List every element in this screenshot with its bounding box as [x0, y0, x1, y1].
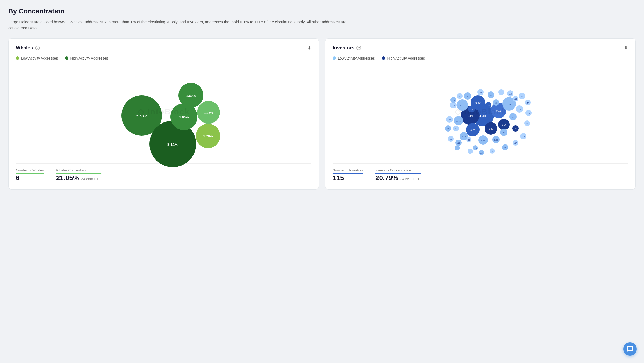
investors-count-value: 115: [333, 174, 363, 182]
inv-l34: .17: [514, 142, 517, 144]
inv-l37: .13: [495, 102, 497, 104]
investors-conc-label: Investors Concentration: [375, 168, 421, 172]
inv-l8: 0.21: [460, 104, 465, 107]
inv-l7: 0.26: [470, 129, 475, 132]
inv-l42: .42: [502, 132, 505, 134]
investors-legend: Low Activity Addresses High Activity Add…: [333, 56, 628, 60]
whales-conc-label: Whales Concentration: [56, 168, 102, 172]
whales-download-icon[interactable]: ⬇: [307, 45, 311, 51]
inv-l11: 0.44: [481, 140, 485, 142]
bubble-label-9.11: 9.11%: [167, 142, 178, 147]
whales-conc-sub: 24.86m ETH: [81, 177, 102, 181]
investors-high-label: High Activity Addresses: [387, 56, 425, 60]
whales-card-header: Whales ? ⬇: [16, 45, 311, 51]
inv-l36: .13: [526, 123, 528, 125]
investors-conc-value: 20.79% 24.56m ETH: [375, 174, 421, 182]
investors-stats: Number of Investors 115 Investors Concen…: [333, 163, 628, 182]
investors-card-header: Investors ? ⬇: [333, 45, 628, 51]
whales-chart: ◇ IntoBlock 5.53% 9.11% 1.66% 1.69% 1.26…: [16, 62, 311, 161]
whales-high-label: High Activity Addresses: [70, 56, 108, 60]
inv-l12: 0.23: [494, 139, 498, 141]
investors-high-dot: [382, 56, 385, 60]
investors-conc-stat: Investors Concentration 20.79% 24.56m ET…: [375, 168, 421, 182]
inv-l28: .17: [449, 138, 452, 140]
inv-l18: .16: [466, 95, 469, 98]
page-description: Large Holders are divided between Whales…: [8, 19, 366, 31]
inv-l24: .47: [526, 102, 529, 104]
inv-l43: .13: [455, 128, 457, 130]
investors-chart: ◇ IntoBlock 0.60% 0.14 0.12 0.49 0.32 0.…: [333, 62, 628, 161]
inv-l33: .28: [504, 147, 506, 149]
bubble-label-5.53: 5.53%: [136, 114, 147, 118]
whales-title-row: Whales ?: [16, 45, 40, 51]
inv-l30: .13: [469, 151, 471, 153]
inv-l15: .13: [518, 108, 521, 111]
inv-l22: .12: [509, 93, 512, 95]
whales-count-label: Number of Whales: [16, 168, 44, 172]
whales-conc-pct: 21.05%: [56, 174, 79, 182]
inv-l23: .15: [521, 96, 523, 97]
inv-l40: .11: [468, 139, 470, 141]
inv-l26: .22: [448, 119, 451, 121]
inv-l3: 0.49: [507, 103, 511, 106]
investors-download-icon[interactable]: ⬇: [624, 45, 628, 51]
inv-l25: .13: [527, 112, 530, 114]
investors-title: Investors: [333, 45, 354, 51]
investors-help-icon[interactable]: ?: [356, 46, 361, 50]
whales-legend-low: Low Activity Addresses: [16, 56, 58, 60]
whales-stats: Number of Whales 6 Whales Concentration …: [16, 163, 311, 182]
inv-l16: .16: [452, 105, 455, 106]
whales-conc-stat: Whales Concentration 21.05% 24.86m ETH: [56, 168, 102, 182]
investors-low-dot: [333, 56, 336, 60]
investors-title-row: Investors ?: [333, 45, 361, 51]
bubble-label-1.79: 1.79%: [203, 134, 213, 138]
inv-l14: .10: [514, 128, 517, 130]
inv-bubble-large-label: 0.60%: [479, 114, 487, 118]
investors-legend-low: Low Activity Addresses: [333, 56, 375, 60]
whales-bubble-svg: 5.53% 9.11% 1.66% 1.69% 1.26% 1.79%: [91, 62, 236, 161]
inv-l20: .16: [490, 94, 492, 96]
investors-conc-pct: 20.79%: [375, 174, 398, 182]
inv-l21: .11: [500, 92, 503, 93]
whales-count-number: 6: [16, 174, 19, 182]
inv-l35: .10: [522, 136, 525, 137]
inv-l1: 0.14: [468, 114, 473, 117]
bubble-label-1.26: 1.26%: [204, 111, 213, 115]
inv-l4: 0.32: [475, 101, 481, 104]
whales-count-stat: Number of Whales 6: [16, 168, 44, 182]
investors-conc-sub: 24.56m ETH: [400, 177, 421, 181]
investors-count-label: Number of Investors: [333, 168, 363, 172]
investors-bubble-svg: 0.60% 0.14 0.12 0.49 0.32 0.20 0.14 0.26…: [408, 62, 553, 161]
page-title: By Concentration: [8, 7, 636, 15]
inv-l5: 0.20: [489, 128, 493, 130]
whales-legend-high: High Activity Addresses: [65, 56, 108, 60]
inv-l13: .13: [511, 116, 514, 118]
investors-card: Investors ? ⬇ Low Activity Addresses Hig…: [325, 38, 636, 190]
inv-l39: .15: [457, 142, 460, 144]
investors-low-label: Low Activity Addresses: [338, 56, 375, 60]
investors-count-stat: Number of Investors 115: [333, 168, 363, 182]
inv-l6: 0.14: [502, 124, 506, 126]
investors-count-number: 115: [333, 174, 344, 182]
whales-title: Whales: [16, 45, 33, 51]
whales-legend: Low Activity Addresses High Activity Add…: [16, 56, 311, 60]
inv-l29: .17: [456, 147, 459, 149]
whales-low-label: Low Activity Addresses: [21, 56, 58, 60]
whales-low-dot: [16, 56, 19, 60]
bubble-label-1.69: 1.69%: [186, 94, 196, 98]
bubble-label-1.66: 1.66%: [179, 115, 189, 119]
investors-legend-high: High Activity Addresses: [382, 56, 425, 60]
inv-l44: .28: [487, 105, 490, 106]
cards-row: Whales ? ⬇ Low Activity Addresses High A…: [8, 38, 636, 190]
whales-help-icon[interactable]: ?: [35, 46, 40, 50]
inv-l19: .12: [479, 92, 482, 93]
inv-l9: 0.19: [456, 120, 461, 122]
inv-l32: .13: [491, 150, 493, 152]
whales-conc-value: 21.05% 24.86m ETH: [56, 174, 102, 182]
inv-l46: .12: [470, 108, 473, 111]
inv-l45: .13: [514, 98, 517, 100]
whales-card: Whales ? ⬇ Low Activity Addresses High A…: [8, 38, 319, 190]
inv-l38: .10: [459, 96, 461, 97]
inv-l2: 0.12: [496, 109, 501, 112]
whales-count-value: 6: [16, 174, 44, 182]
